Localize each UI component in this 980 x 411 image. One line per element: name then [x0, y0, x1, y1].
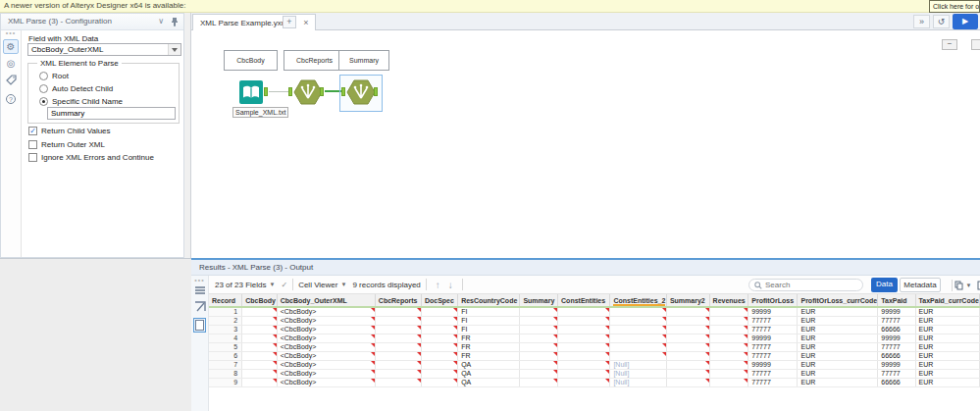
table-cell[interactable]: [375, 378, 421, 386]
help-tab-icon[interactable]: ?: [3, 92, 19, 107]
table-cell[interactable]: <CbcBody>: [277, 351, 375, 360]
chevron-down-icon[interactable]: ▼: [269, 282, 275, 287]
table-cell[interactable]: 99999: [878, 334, 915, 342]
table-cell[interactable]: 77777: [748, 369, 798, 378]
table-cell[interactable]: <CbcBody>: [277, 307, 375, 316]
table-cell[interactable]: [709, 369, 748, 378]
table-cell[interactable]: <CbcBody>: [277, 334, 375, 342]
table-cell[interactable]: [558, 334, 610, 342]
table-cell[interactable]: EUR: [915, 325, 979, 334]
table-cell[interactable]: 77777: [878, 342, 915, 351]
table-cell[interactable]: [610, 325, 666, 334]
save-icon[interactable]: ▼: [975, 279, 980, 291]
table-cell[interactable]: QA: [458, 360, 520, 369]
table-cell[interactable]: [375, 307, 421, 316]
table-cell[interactable]: EUR: [915, 342, 979, 351]
select-corner-icon[interactable]: [194, 301, 206, 312]
table-cell[interactable]: [709, 307, 748, 316]
table-cell[interactable]: [421, 342, 457, 351]
table-cell[interactable]: [666, 334, 709, 342]
table-cell[interactable]: 77777: [748, 378, 798, 386]
table-cell[interactable]: [242, 369, 277, 378]
record-number-cell[interactable]: 7: [209, 360, 242, 369]
table-cell[interactable]: EUR: [798, 316, 878, 325]
table-cell[interactable]: FR: [458, 351, 520, 360]
column-header-summary2[interactable]: Summary2: [666, 294, 709, 307]
connection-input-to-parse1[interactable]: [269, 91, 290, 92]
table-row[interactable]: 3<CbcBody>FI77777EUR66666EUR: [209, 325, 980, 334]
tool-container-cbcreports[interactable]: CbcReports: [284, 50, 345, 71]
table-cell[interactable]: EUR: [798, 360, 878, 369]
input-anchor-icon[interactable]: [341, 87, 345, 96]
table-cell[interactable]: [666, 378, 709, 386]
table-cell[interactable]: EUR: [915, 360, 979, 369]
table-cell[interactable]: [558, 369, 610, 378]
table-cell[interactable]: [558, 325, 610, 334]
table-cell[interactable]: 99999: [878, 360, 915, 369]
record-number-cell[interactable]: 8: [209, 369, 242, 378]
table-cell[interactable]: [375, 316, 421, 325]
table-cell[interactable]: [709, 351, 748, 360]
table-cell[interactable]: EUR: [915, 334, 979, 342]
radio-auto-detect-child[interactable]: Auto Detect Child: [39, 84, 113, 93]
table-cell[interactable]: FI: [458, 307, 520, 316]
table-cell[interactable]: EUR: [915, 378, 979, 386]
table-cell[interactable]: <CbcBody>: [277, 325, 375, 334]
table-cell[interactable]: [709, 342, 748, 351]
table-cell[interactable]: [421, 360, 457, 369]
table-row[interactable]: 6<CbcBody>FR77777EUR66666EUR: [209, 351, 980, 360]
table-cell[interactable]: [558, 307, 610, 316]
table-cell[interactable]: [666, 307, 709, 316]
table-cell[interactable]: [558, 351, 610, 360]
minimize-window-button[interactable]: −: [942, 39, 957, 50]
run-workflow-button[interactable]: ▶: [953, 14, 978, 29]
table-cell[interactable]: EUR: [798, 334, 878, 342]
table-cell[interactable]: [242, 342, 277, 351]
table-cell[interactable]: [375, 351, 421, 360]
table-cell[interactable]: [421, 316, 457, 325]
table-row[interactable]: 5<CbcBody>FR77777EUR77777EUR: [209, 342, 980, 351]
table-cell[interactable]: EUR: [798, 342, 878, 351]
table-cell[interactable]: [375, 334, 421, 342]
table-cell[interactable]: [421, 378, 457, 386]
column-header-profitorloss[interactable]: ProfitOrLoss: [748, 294, 798, 307]
table-cell[interactable]: FR: [458, 342, 520, 351]
table-cell[interactable]: EUR: [798, 369, 878, 378]
xml-parse-tool-1-icon[interactable]: [293, 79, 323, 105]
return-outer-xml-checkbox[interactable]: Return Outer XML: [28, 140, 105, 149]
table-cell[interactable]: [242, 316, 277, 325]
table-cell[interactable]: [375, 369, 421, 378]
configuration-panel-header[interactable]: XML Parse (3) - Configuration ∨: [1, 14, 183, 30]
table-cell[interactable]: FR: [458, 334, 520, 342]
table-view-icon[interactable]: [191, 286, 208, 294]
checkbox-unchecked-icon[interactable]: [28, 140, 37, 149]
configuration-tab-icon[interactable]: ⚙: [3, 39, 19, 54]
table-cell[interactable]: [375, 360, 421, 369]
column-header-revenues[interactable]: Revenues: [709, 294, 748, 307]
table-cell[interactable]: [610, 334, 666, 342]
column-header-profitorloss_currcode[interactable]: ProfitOrLoss_currCode: [798, 294, 878, 307]
table-cell[interactable]: EUR: [915, 351, 979, 360]
table-cell[interactable]: 77777: [878, 369, 915, 378]
table-cell[interactable]: [242, 351, 277, 360]
table-row[interactable]: 1<CbcBody>FI99999EUR99999EUR: [209, 307, 980, 316]
table-cell[interactable]: [610, 342, 666, 351]
table-row[interactable]: 8<CbcBody>QA[Null]77777EUR77777EUR: [209, 369, 980, 378]
record-number-cell[interactable]: 6: [209, 351, 242, 360]
table-cell[interactable]: [666, 351, 709, 360]
input-data-tool-icon[interactable]: [238, 79, 264, 105]
data-preview-doc-icon[interactable]: [193, 318, 206, 333]
table-cell[interactable]: FI: [458, 325, 520, 334]
xml-parse-tool-2-icon[interactable]: [346, 79, 376, 105]
table-cell[interactable]: [610, 307, 666, 316]
column-header-cbcreports[interactable]: CbcReports: [375, 294, 421, 307]
table-cell[interactable]: <CbcBody>: [277, 342, 375, 351]
table-cell[interactable]: [242, 334, 277, 342]
record-number-cell[interactable]: 4: [209, 334, 242, 342]
output-anchor-icon[interactable]: [320, 87, 324, 96]
table-cell[interactable]: EUR: [798, 307, 878, 316]
table-cell[interactable]: EUR: [915, 307, 979, 316]
table-row[interactable]: 4<CbcBody>FR99999EUR99999EUR: [209, 334, 980, 342]
table-cell[interactable]: 77777: [748, 325, 798, 334]
table-cell[interactable]: [375, 342, 421, 351]
